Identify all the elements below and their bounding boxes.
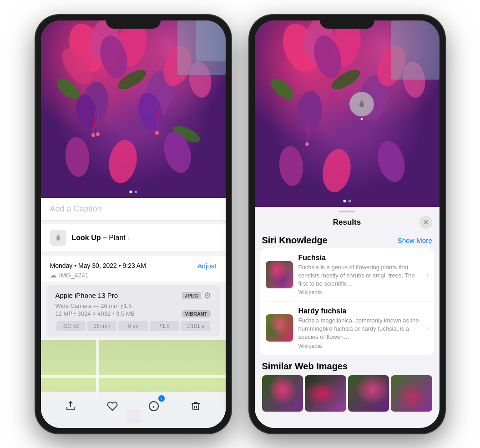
exif-focal: 26 mm [87,321,116,331]
lookup-icon [50,230,66,246]
hardy-source: Wikipedia [298,343,421,349]
svg-line-13 [157,109,159,132]
exif-row: ISO 50 26 mm 0 ev ƒ1.5 1/181 s [56,321,211,331]
fuchsia-source: Wikipedia [298,289,421,296]
svg-rect-24 [196,20,226,61]
format-badge: JPEG [182,292,201,299]
info-badge: i [158,395,165,402]
left-screen: Add a Caption Look Up – Plant › Monday •… [41,20,226,428]
info-button[interactable]: i [144,396,164,416]
camera-section: Apple iPhone 13 Pro JPEG ⚙ Wide Camera —… [46,285,220,337]
results-title: Results [333,218,361,227]
svg-point-36 [305,142,309,146]
svg-point-34 [400,60,427,99]
right-photo-area[interactable] [255,20,440,207]
svg-rect-39 [391,20,440,80]
visual-lookup-button[interactable] [349,92,374,116]
svg-point-41 [319,146,354,194]
svg-rect-23 [177,20,226,75]
hardy-chevron: › [426,324,429,332]
siri-knowledge-header: Siri Knowledge Show More [255,231,440,248]
svg-point-37 [267,75,297,103]
svg-point-43 [360,104,363,106]
svg-point-0 [63,20,110,77]
svg-point-21 [106,137,140,185]
resolution-text: 12 MP • 3024 × 4032 • 3.5 MB [56,310,135,317]
filename: IMG_4241 [59,272,89,279]
vibrant-badge: VIBRANT [182,310,211,317]
page-indicator [129,191,137,193]
similar-image-2[interactable] [305,375,346,412]
lookup-row[interactable]: Look Up – Plant › [41,224,226,252]
svg-point-5 [81,81,110,124]
svg-point-2 [56,42,98,89]
results-header: Results ✕ [255,214,440,231]
right-page-indicator [343,200,351,202]
similar-images-title: Similar Web Images [262,361,432,372]
svg-point-33 [372,42,410,90]
hardy-thumb [266,314,293,342]
svg-line-11 [93,111,96,134]
knowledge-item-hardy[interactable]: Hardy fuchsia Fuchsia magellanica, commo… [260,302,434,355]
left-phone: Add a Caption Look Up – Plant › Monday •… [35,15,231,433]
exif-ev: 0 ev [118,321,147,331]
similar-image-1[interactable] [262,375,303,412]
home-indicator-right [320,429,374,431]
caption-input[interactable]: Add a Caption [41,198,226,221]
close-button[interactable]: ✕ [419,216,432,229]
camera-lens: Wide Camera — 26 mm ƒ1.5 [56,302,211,309]
knowledge-card: Fuchsia Fuchsia is a genus of flowering … [260,248,434,355]
svg-point-8 [135,90,165,132]
hardy-name: Hardy fuchsia [298,307,421,315]
svg-point-22 [160,129,195,176]
svg-line-35 [307,121,309,143]
bottom-toolbar: i [41,392,226,428]
svg-point-10 [187,60,213,99]
show-more-button[interactable]: Show More [398,237,432,244]
fuchsia-chevron: › [426,271,429,278]
svg-point-4 [96,32,131,81]
svg-point-30 [309,32,345,81]
fuchsia-desc: Fuchsia is a genus of flowering plants t… [298,263,421,288]
svg-point-14 [91,133,95,137]
favorite-button[interactable] [102,396,122,416]
siri-knowledge-title: Siri Knowledge [262,235,328,246]
cloud-icon: ☁ [50,272,56,279]
similar-images-section: Similar Web Images [255,357,440,414]
svg-point-40 [278,145,304,186]
similar-image-4[interactable] [391,375,432,412]
camera-model: Apple iPhone 13 Pro [56,292,118,299]
similar-images-grid [262,375,432,412]
fuchsia-info: Fuchsia Fuchsia is a genus of flowering … [298,254,421,296]
home-indicator [106,429,161,431]
similar-image-3[interactable] [348,375,389,412]
right-screen: Results ✕ Siri Knowledge Show More Fuchs… [255,20,440,428]
svg-point-31 [295,90,324,133]
delete-button[interactable] [186,396,206,416]
svg-point-38 [328,66,363,93]
svg-point-15 [96,132,100,136]
hardy-info: Hardy fuchsia Fuchsia magellanica, commo… [298,307,421,349]
lookup-text: Look Up – Plant › [72,234,130,242]
exif-aperture: ƒ1.5 [150,321,179,331]
share-button[interactable] [61,396,81,416]
exif-iso: ISO 50 [56,321,86,331]
notch [106,15,161,29]
sheet-handle [339,211,355,212]
svg-point-20 [64,136,91,177]
adjust-button[interactable]: Adjust [197,262,217,270]
hardy-desc: Fuchsia magellanica, commonly known as t… [298,317,421,342]
exif-shutter: 1/181 s [181,321,210,331]
svg-point-6 [73,92,99,130]
right-phone: Results ✕ Siri Knowledge Show More Fuchs… [249,15,445,433]
date-text: Monday • May 30, 2022 • 9:23 AM [50,262,146,269]
svg-point-27 [277,20,323,77]
svg-point-42 [374,138,409,185]
photo-area[interactable] [41,20,226,198]
svg-point-19 [171,122,202,146]
svg-point-17 [53,75,83,103]
knowledge-item-fuchsia[interactable]: Fuchsia Fuchsia is a genus of flowering … [260,248,434,302]
date-section: Monday • May 30, 2022 • 9:23 AM Adjust ☁… [41,256,226,282]
svg-point-9 [158,42,196,90]
vlu-dot [360,118,363,120]
